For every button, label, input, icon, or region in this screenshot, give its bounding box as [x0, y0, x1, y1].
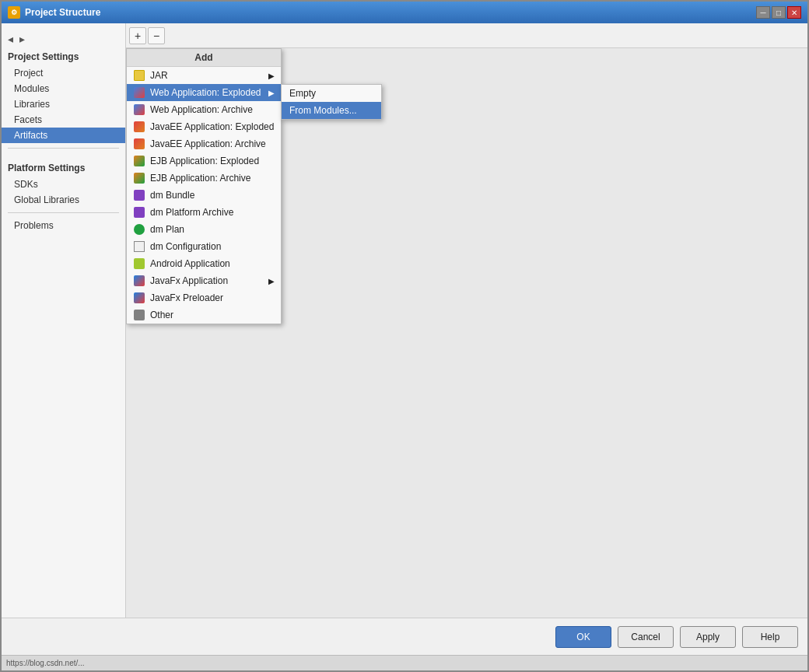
ejb-archive-label: EJB Application: Archive	[150, 173, 250, 184]
sidebar-item-project[interactable]: Project	[2, 65, 125, 81]
web-archive-icon	[133, 103, 145, 116]
dm-platform-label: dm Platform Archive	[150, 207, 233, 218]
web-exploded-label: Web Application: Exploded	[150, 87, 261, 98]
toolbar-area: + − Add JAR ▶	[126, 23, 807, 618]
javaee-archive-icon	[133, 138, 145, 150]
sidebar-item-artifacts[interactable]: Artifacts	[2, 128, 125, 143]
sidebar-item-sdks[interactable]: SDKs	[2, 177, 125, 192]
dropdown-item-javafx-preloader[interactable]: JavaFx Preloader	[127, 289, 281, 306]
apply-button[interactable]: Apply	[680, 626, 736, 648]
dropdown-header: Add	[127, 49, 281, 67]
sidebar-divider-2	[8, 212, 119, 213]
jar-label: JAR	[150, 70, 168, 81]
submenu-from-modules[interactable]: From Modules...	[282, 102, 381, 119]
minimize-button[interactable]: ─	[756, 6, 770, 19]
web-exploded-icon	[133, 86, 145, 99]
toolbar: + −	[126, 23, 807, 48]
project-structure-window: ⚙ Project Structure ─ □ ✕ ◂ ▸ Project Se…	[0, 0, 809, 672]
dropdown-item-jar[interactable]: JAR ▶	[127, 67, 281, 84]
sidebar-item-facets[interactable]: Facets	[2, 112, 125, 128]
sidebar-item-global-libraries[interactable]: Global Libraries	[2, 192, 125, 208]
submenu-empty[interactable]: Empty	[282, 85, 381, 102]
web-archive-label: Web Application: Archive	[150, 104, 253, 115]
dm-platform-icon	[133, 206, 145, 219]
nav-arrows: ◂ ▸	[2, 30, 125, 48]
javafx-icon	[133, 275, 145, 287]
dm-config-icon	[133, 240, 145, 253]
javaee-exploded-label: JavaEE Application: Exploded	[150, 121, 274, 132]
dropdown-item-javafx[interactable]: JavaFx Application ▶	[127, 272, 281, 289]
sidebar-item-modules[interactable]: Modules	[2, 81, 125, 96]
javafx-label: JavaFx Application	[150, 275, 228, 286]
dropdown-item-ejb-exploded[interactable]: EJB Application: Exploded	[127, 152, 281, 170]
dropdown-item-javaee-exploded[interactable]: JavaEE Application: Exploded	[127, 118, 281, 135]
add-button[interactable]: +	[129, 27, 146, 44]
status-bar: https://blog.csdn.net/...	[2, 655, 807, 670]
sidebar-divider	[8, 148, 119, 149]
sidebar: ◂ ▸ Project Settings Project Modules Lib…	[2, 23, 126, 618]
ok-button[interactable]: OK	[555, 626, 611, 648]
forward-button[interactable]: ▸	[18, 33, 26, 45]
window-title: Project Structure	[25, 7, 100, 18]
other-label: Other	[150, 310, 173, 320]
project-settings-header: Project Settings	[2, 48, 125, 65]
add-dropdown: Add JAR ▶ Web Application: Exploded ▶	[126, 48, 282, 324]
dm-plan-icon	[133, 223, 145, 236]
javaee-exploded-icon	[133, 121, 145, 133]
ejb-exploded-icon	[133, 155, 145, 167]
title-bar-controls: ─ □ ✕	[756, 6, 801, 19]
help-button[interactable]: Help	[742, 626, 798, 648]
jar-arrow: ▶	[268, 72, 275, 80]
dropdown-item-dm-bundle[interactable]: dm Bundle	[127, 187, 281, 204]
dm-plan-label: dm Plan	[150, 224, 184, 235]
dropdown-item-dm-config[interactable]: dm Configuration	[127, 238, 281, 255]
web-exploded-submenu: Empty From Modules...	[281, 84, 382, 120]
dm-config-label: dm Configuration	[150, 241, 221, 252]
android-icon	[133, 257, 145, 270]
dropdown-item-dm-plan[interactable]: dm Plan	[127, 221, 281, 238]
sidebar-item-problems[interactable]: Problems	[2, 218, 125, 233]
sidebar-item-libraries[interactable]: Libraries	[2, 96, 125, 112]
dropdown-item-other[interactable]: Other	[127, 306, 281, 324]
app-icon: ⚙	[8, 6, 20, 19]
maximize-button[interactable]: □	[772, 6, 786, 19]
javafx-arrow: ▶	[268, 277, 275, 285]
platform-settings-header: Platform Settings	[2, 159, 125, 177]
content-area: Add JAR ▶ Web Application: Exploded ▶	[126, 48, 807, 618]
main-content: ◂ ▸ Project Settings Project Modules Lib…	[2, 23, 807, 618]
status-text: https://blog.csdn.net/...	[6, 659, 85, 667]
jar-icon	[133, 69, 145, 82]
javaee-archive-label: JavaEE Application: Archive	[150, 138, 266, 149]
dropdown-item-ejb-archive[interactable]: EJB Application: Archive	[127, 170, 281, 187]
javafx-preloader-icon	[133, 292, 145, 304]
cancel-button[interactable]: Cancel	[618, 626, 674, 648]
dropdown-item-android[interactable]: Android Application	[127, 255, 281, 272]
dropdown-item-web-exploded[interactable]: Web Application: Exploded ▶ Empty From M…	[127, 84, 281, 101]
web-exploded-arrow: ▶	[268, 89, 275, 97]
javafx-preloader-label: JavaFx Preloader	[150, 292, 223, 303]
dropdown-item-web-archive[interactable]: Web Application: Archive	[127, 101, 281, 118]
back-button[interactable]: ◂	[6, 33, 15, 45]
dm-bundle-label: dm Bundle	[150, 190, 194, 201]
ejb-archive-icon	[133, 172, 145, 184]
bottom-bar: OK Cancel Apply Help	[2, 618, 807, 655]
dropdown-item-dm-platform[interactable]: dm Platform Archive	[127, 204, 281, 221]
title-bar: ⚙ Project Structure ─ □ ✕	[2, 2, 807, 23]
close-button[interactable]: ✕	[787, 6, 801, 19]
dropdown-container: Add JAR ▶ Web Application: Exploded ▶	[126, 48, 282, 324]
android-label: Android Application	[150, 258, 230, 269]
remove-button[interactable]: −	[148, 27, 165, 44]
ejb-exploded-label: EJB Application: Exploded	[150, 156, 259, 166]
dropdown-item-javaee-archive[interactable]: JavaEE Application: Archive	[127, 135, 281, 152]
other-icon	[133, 309, 145, 321]
dm-bundle-icon	[133, 189, 145, 201]
title-bar-left: ⚙ Project Structure	[8, 6, 100, 19]
